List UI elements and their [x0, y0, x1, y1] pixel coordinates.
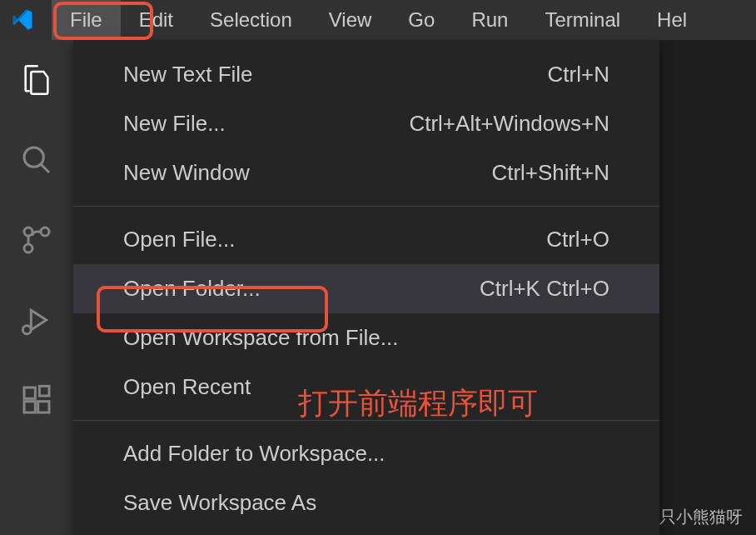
file-menu-dropdown: New Text File Ctrl+N New File... Ctrl+Al… [73, 40, 659, 535]
menu-item-label: Save Workspace As [123, 490, 316, 516]
menu-file[interactable]: File [52, 0, 121, 40]
menu-item-shortcut: Ctrl+O [546, 227, 609, 252]
svg-rect-8 [24, 402, 35, 412]
menu-item-new-window[interactable]: New Window Ctrl+Shift+N [73, 148, 659, 198]
menu-item-new-file[interactable]: New File... Ctrl+Alt+Windows+N [73, 99, 659, 148]
svg-marker-5 [31, 310, 46, 329]
menu-item-label: Add Folder to Workspace... [123, 441, 385, 467]
menu-go[interactable]: Go [390, 0, 453, 40]
menu-item-save-workspace-as[interactable]: Save Workspace As [73, 478, 659, 528]
files-icon[interactable] [17, 60, 57, 100]
svg-point-3 [24, 244, 32, 252]
svg-rect-9 [38, 402, 49, 412]
svg-point-4 [24, 228, 32, 236]
debug-icon[interactable] [17, 300, 57, 340]
search-icon[interactable] [17, 140, 57, 180]
menu-item-label: New Text File [123, 62, 253, 88]
menu-item-shortcut: Ctrl+K Ctrl+O [480, 276, 609, 302]
menu-help[interactable]: Hel [639, 0, 705, 40]
menu-item-label: New Window [123, 160, 250, 186]
menu-item-new-text-file[interactable]: New Text File Ctrl+N [73, 50, 659, 99]
activity-bar [0, 40, 73, 535]
menubar: File Edit Selection View Go Run Terminal… [52, 0, 705, 40]
menu-selection[interactable]: Selection [191, 0, 311, 40]
menu-item-open-recent[interactable]: Open Recent [73, 362, 659, 412]
titlebar: File Edit Selection View Go Run Terminal… [0, 0, 756, 40]
svg-point-6 [22, 326, 31, 334]
source-control-icon[interactable] [17, 220, 57, 260]
svg-point-0 [24, 148, 43, 167]
menu-edit[interactable]: Edit [121, 0, 191, 40]
svg-line-1 [41, 164, 49, 172]
menu-item-open-file[interactable]: Open File... Ctrl+O [73, 215, 659, 264]
menu-item-shortcut: Ctrl+Alt+Windows+N [409, 111, 609, 137]
extensions-icon[interactable] [17, 380, 57, 420]
menu-item-label: New File... [123, 111, 226, 137]
menu-item-open-folder[interactable]: Open Folder... Ctrl+K Ctrl+O [73, 264, 659, 313]
svg-rect-7 [24, 388, 35, 398]
menu-terminal[interactable]: Terminal [526, 0, 639, 40]
menu-view[interactable]: View [311, 0, 390, 40]
menu-separator [73, 420, 659, 421]
menu-item-shortcut: Ctrl+Shift+N [491, 160, 609, 186]
menu-item-shortcut: Ctrl+N [548, 62, 609, 88]
menu-item-add-folder[interactable]: Add Folder to Workspace... [73, 429, 659, 478]
svg-point-2 [41, 228, 49, 236]
menu-item-label: Open File... [123, 227, 235, 252]
menu-run[interactable]: Run [453, 0, 526, 40]
menu-item-open-workspace[interactable]: Open Workspace from File... [73, 313, 659, 362]
menu-separator [73, 206, 659, 207]
vscode-logo-icon [10, 7, 37, 33]
menu-item-label: Open Workspace from File... [123, 325, 398, 351]
menu-item-label: Open Folder... [123, 276, 261, 302]
svg-rect-10 [39, 386, 49, 396]
menu-item-label: Open Recent [123, 374, 251, 400]
